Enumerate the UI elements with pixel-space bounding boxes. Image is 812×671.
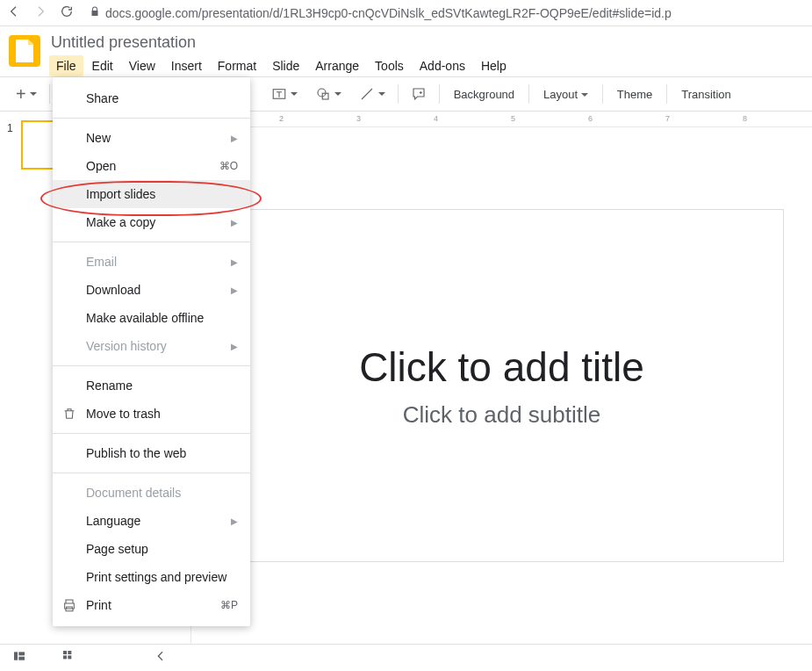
chevron-right-icon: ▶ <box>231 342 238 351</box>
file-move-trash[interactable]: Move to trash <box>53 400 250 428</box>
slides-logo-icon[interactable] <box>9 35 40 67</box>
line-icon[interactable] <box>354 83 391 105</box>
menu-edit[interactable]: Edit <box>85 55 120 76</box>
svg-rect-7 <box>68 651 71 654</box>
svg-rect-9 <box>68 655 71 659</box>
menu-view[interactable]: View <box>122 55 162 76</box>
grid-view-icon[interactable] <box>61 649 75 667</box>
new-slide-button[interactable]: + <box>11 84 42 104</box>
menu-addons[interactable]: Add-ons <box>413 55 472 76</box>
print-icon <box>61 597 77 613</box>
file-page-setup[interactable]: Page setup <box>53 535 250 563</box>
svg-rect-3 <box>14 652 18 660</box>
thumbnail-index: 1 <box>7 120 16 170</box>
textbox-icon[interactable] <box>266 83 303 105</box>
toolbar-separator <box>398 84 399 104</box>
theme-button[interactable]: Theme <box>610 84 659 105</box>
browser-chrome-bar: docs.google.com/presentation/d/1RL3H9cp0… <box>0 0 812 26</box>
browser-forward-icon <box>33 4 47 21</box>
menu-help[interactable]: Help <box>474 55 514 76</box>
browser-back-icon[interactable] <box>7 4 21 21</box>
file-share[interactable]: Share <box>53 84 250 112</box>
file-download[interactable]: Download▶ <box>53 276 250 304</box>
toolbar-separator <box>602 84 603 104</box>
filmstrip-view-icon[interactable] <box>12 649 26 667</box>
layout-button[interactable]: Layout <box>536 84 595 105</box>
file-menu-dropdown: Share New▶ Open⌘O Import slides Make a c… <box>53 77 250 626</box>
bottom-bar <box>0 644 812 670</box>
file-print-settings[interactable]: Print settings and preview <box>53 563 250 591</box>
file-make-copy[interactable]: Make a copy▶ <box>53 208 250 236</box>
chevron-right-icon: ▶ <box>231 257 238 267</box>
toolbar-separator <box>49 84 50 104</box>
svg-rect-5 <box>18 656 25 660</box>
svg-rect-4 <box>18 652 25 655</box>
menu-format[interactable]: Format <box>211 55 263 76</box>
file-publish[interactable]: Publish to the web <box>53 439 250 467</box>
background-button[interactable]: Background <box>447 84 521 105</box>
horizontal-ruler: 12345678 <box>176 112 812 127</box>
menu-file[interactable]: File <box>49 55 83 76</box>
file-rename[interactable]: Rename <box>53 372 250 400</box>
svg-rect-6 <box>63 651 67 654</box>
collapse-panel-icon[interactable] <box>154 649 168 667</box>
file-import-slides[interactable]: Import slides <box>53 180 250 208</box>
comment-icon[interactable] <box>406 83 432 105</box>
menu-tools[interactable]: Tools <box>368 55 411 76</box>
menu-insert[interactable]: Insert <box>164 55 209 76</box>
document-title[interactable]: Untitled presentation <box>49 32 514 54</box>
file-make-offline[interactable]: Make available offline <box>53 304 250 332</box>
file-version-history: Version history▶ <box>53 332 250 360</box>
chevron-right-icon: ▶ <box>231 516 238 526</box>
slide[interactable]: Click to add title Click to add subtitle <box>221 210 783 561</box>
menu-arrange[interactable]: Arrange <box>308 55 366 76</box>
slide-title-placeholder[interactable]: Click to add title <box>359 343 644 391</box>
file-language[interactable]: Language▶ <box>53 507 250 535</box>
file-print[interactable]: Print⌘P <box>53 591 250 619</box>
svg-point-1 <box>318 89 326 97</box>
menu-slide[interactable]: Slide <box>265 55 306 76</box>
file-open[interactable]: Open⌘O <box>53 152 250 180</box>
file-document-details: Document details <box>53 479 250 507</box>
menu-bar: File Edit View Insert Format Slide Arran… <box>49 55 514 76</box>
svg-rect-8 <box>63 655 67 659</box>
shape-icon[interactable] <box>310 83 347 105</box>
file-new[interactable]: New▶ <box>53 124 250 152</box>
chevron-right-icon: ▶ <box>231 285 238 295</box>
app-header: Untitled presentation File Edit View Ins… <box>0 26 812 76</box>
toolbar-separator <box>666 84 667 104</box>
browser-reload-icon[interactable] <box>60 4 74 21</box>
toolbar: + Background Layout Theme Transition Sha… <box>0 76 812 112</box>
browser-url-text: docs.google.com/presentation/d/1RL3H9cp0… <box>105 6 672 20</box>
chevron-right-icon: ▶ <box>231 218 238 227</box>
chevron-right-icon: ▶ <box>231 133 238 143</box>
file-email: Email▶ <box>53 248 250 276</box>
slide-subtitle-placeholder[interactable]: Click to add subtitle <box>403 401 600 429</box>
toolbar-separator <box>439 84 440 104</box>
transition-button[interactable]: Transition <box>674 84 738 105</box>
slide-canvas[interactable]: Click to add title Click to add subtitle <box>191 127 812 644</box>
browser-url-bar[interactable]: docs.google.com/presentation/d/1RL3H9cp0… <box>84 6 805 20</box>
toolbar-separator <box>528 84 529 104</box>
trash-icon <box>61 406 77 422</box>
lock-icon <box>90 6 100 19</box>
